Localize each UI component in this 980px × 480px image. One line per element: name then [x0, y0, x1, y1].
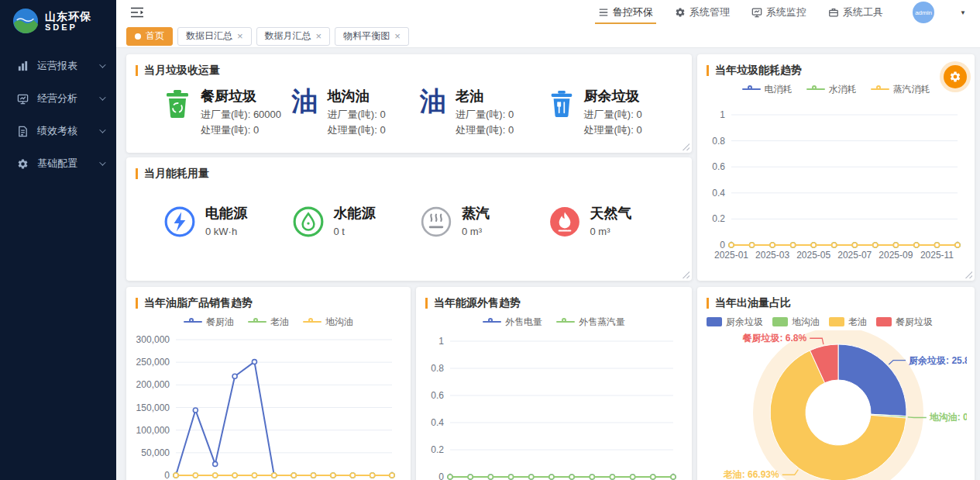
card-title: 当月能耗用量 — [144, 167, 209, 181]
stat-name: 老油 — [456, 87, 514, 105]
card-title: 当年能源外售趋势 — [434, 296, 521, 310]
energy-trend-line-chart[interactable]: 00.20.40.60.812025-012025-032025-052025-… — [697, 98, 975, 270]
svg-text:2025-03: 2025-03 — [755, 250, 789, 261]
legend-item[interactable]: 外售蒸汽量 — [556, 316, 625, 329]
card-title: 当年垃圾能耗趋势 — [715, 64, 802, 78]
svg-text:0.2: 0.2 — [431, 444, 444, 455]
header-nav: 鲁控环保 系统管理 系统监控 系统工具 admin ▼ — [598, 0, 966, 25]
stat-name: 蒸汽 — [462, 204, 490, 223]
nav-item-system-management[interactable]: 系统管理 — [675, 0, 730, 25]
card-title: 当年出油量占比 — [715, 296, 791, 310]
stat-processed: 处理量(吨): 0 — [584, 123, 642, 138]
legend-line-marker-icon — [556, 321, 575, 323]
card-yearly-energy-trend: 当年垃圾能耗趋势 电消耗水消耗蒸汽消耗 00.20.40.60.812025-0… — [697, 54, 975, 281]
legend-item[interactable]: 厨余垃圾 — [707, 316, 763, 329]
oil-character-icon: 油 — [420, 87, 446, 116]
stat-intake: 进厂量(吨): 0 — [328, 107, 386, 123]
card-title: 当月垃圾收运量 — [144, 64, 220, 78]
oil-character-icon: 油 — [292, 87, 318, 116]
user-menu-caret-icon[interactable]: ▼ — [960, 9, 966, 16]
gas-flame-icon — [548, 205, 581, 238]
chart-legend: 外售电量外售蒸汽量 — [416, 313, 692, 330]
svg-text:2025-11: 2025-11 — [920, 250, 954, 261]
title-accent-bar — [707, 298, 709, 309]
legend-swatch-icon — [876, 317, 892, 326]
chevron-down-icon — [99, 94, 105, 100]
legend-item[interactable]: 老油 — [829, 316, 867, 329]
dashboard-page: 山东环保 SDEP 运营报表 经营分析 绩效考核 基础配置 — [0, 0, 980, 480]
bar-chart-icon — [17, 60, 29, 72]
energy-sales-line-chart[interactable]: 00.20.40.60.812025-012025-032025-052025-… — [416, 330, 692, 480]
svg-text:150,000: 150,000 — [136, 402, 170, 413]
legend-item[interactable]: 蒸汽消耗 — [871, 83, 930, 96]
monitor-icon — [751, 7, 762, 18]
legend-line-marker-icon — [248, 321, 266, 323]
svg-text:餐厨垃圾: 6.8%: 餐厨垃圾: 6.8% — [742, 333, 807, 344]
legend-item[interactable]: 外售电量 — [483, 316, 542, 329]
active-dot-icon — [135, 33, 141, 40]
stat-water: 水能源 0 t — [292, 204, 421, 240]
tab-material-balance[interactable]: 物料平衡图 × — [335, 27, 409, 46]
chart-legend: 厨余垃圾地沟油老油餐厨垃圾 — [697, 313, 975, 330]
gear-icon — [949, 71, 961, 83]
svg-text:0: 0 — [720, 240, 725, 250]
user-avatar[interactable]: admin — [913, 2, 934, 23]
resize-handle[interactable] — [965, 271, 972, 278]
stat-natural-gas: 天然气 0 m³ — [548, 204, 677, 240]
resize-handle[interactable] — [682, 143, 689, 150]
legend-item[interactable]: 餐厨油 — [184, 316, 234, 329]
stat-old-oil: 油 老油 进厂量(吨): 0 处理量(吨): 0 — [420, 87, 548, 137]
svg-text:老油: 66.93%: 老油: 66.93% — [723, 469, 779, 480]
chevron-down-icon — [99, 126, 105, 133]
nav-item-system-monitor[interactable]: 系统监控 — [751, 0, 806, 25]
tab-label: 数据日汇总 — [186, 29, 232, 43]
close-icon[interactable]: × — [394, 31, 401, 41]
legend-line-marker-icon — [742, 88, 761, 90]
oil-sales-line-chart[interactable]: 050,000100,000150,000200,000250,000300,0… — [126, 330, 411, 480]
tab-daily-summary[interactable]: 数据日汇总 × — [177, 27, 252, 46]
tab-home[interactable]: 首页 — [126, 27, 173, 46]
svg-text:0: 0 — [438, 471, 444, 480]
collapse-sidebar-icon[interactable] — [130, 7, 144, 18]
gear-icon — [675, 7, 686, 18]
stat-food-waste: 厨余垃圾 进厂量(吨): 0 处理量(吨): 0 — [548, 87, 677, 137]
stat-name: 地沟油 — [328, 87, 386, 105]
legend-item[interactable]: 电消耗 — [742, 83, 793, 96]
title-accent-bar — [136, 168, 138, 179]
nav-item-lukong-env[interactable]: 鲁控环保 — [598, 0, 653, 25]
legend-item[interactable]: 水消耗 — [806, 83, 857, 96]
tab-monthly-summary[interactable]: 数据月汇总 × — [256, 27, 331, 46]
legend-swatch-icon — [829, 317, 844, 326]
sidebar-item-label: 绩效考核 — [37, 124, 77, 138]
sidebar-item-performance-review[interactable]: 绩效考核 — [0, 115, 116, 147]
close-icon[interactable]: × — [237, 31, 243, 41]
card-yearly-oil-sales-trend: 当年油脂产品销售趋势 餐厨油老油地沟油 050,000100,000150,00… — [126, 287, 411, 480]
sidebar-menu: 运营报表 经营分析 绩效考核 基础配置 — [0, 50, 116, 180]
sidebar-item-basic-config[interactable]: 基础配置 — [0, 147, 116, 180]
sidebar-item-operation-reports[interactable]: 运营报表 — [0, 50, 116, 82]
oil-output-donut-chart[interactable]: 厨余垃圾: 25.8...地沟油: 0....老油: 66.93%餐厨垃圾: 6… — [697, 330, 975, 480]
electricity-icon — [163, 205, 196, 238]
green-trash-recycle-icon — [163, 87, 191, 119]
sidebar-item-label: 基础配置 — [37, 157, 77, 171]
card-yearly-energy-sales-trend: 当年能源外售趋势 外售电量外售蒸汽量 00.20.40.60.812025-01… — [416, 287, 692, 480]
legend-item[interactable]: 餐厨垃圾 — [876, 316, 933, 329]
legend-item[interactable]: 地沟油 — [772, 316, 820, 329]
title-accent-bar — [136, 298, 138, 309]
sidebar-item-business-analysis[interactable]: 经营分析 — [0, 82, 116, 115]
sidebar: 山东环保 SDEP 运营报表 经营分析 绩效考核 基础配置 — [0, 0, 116, 480]
card-title: 当年油脂产品销售趋势 — [144, 296, 253, 310]
blue-trash-cutlery-icon — [548, 87, 575, 119]
svg-text:300,000: 300,000 — [136, 334, 170, 345]
svg-text:地沟油: 0....: 地沟油: 0.... — [929, 412, 967, 423]
stat-value: 0 t — [334, 224, 376, 240]
close-icon[interactable]: × — [316, 31, 322, 41]
legend-item[interactable]: 地沟油 — [303, 316, 353, 329]
tab-label: 物料平衡图 — [343, 29, 390, 43]
stat-value: 0 kW·h — [205, 224, 247, 240]
stat-intake: 进厂量(吨): 0 — [584, 107, 642, 123]
chart-settings-button[interactable] — [944, 65, 967, 88]
legend-item[interactable]: 老油 — [248, 316, 289, 329]
nav-item-system-tools[interactable]: 系统工具 — [828, 0, 883, 25]
resize-handle[interactable] — [682, 271, 689, 278]
